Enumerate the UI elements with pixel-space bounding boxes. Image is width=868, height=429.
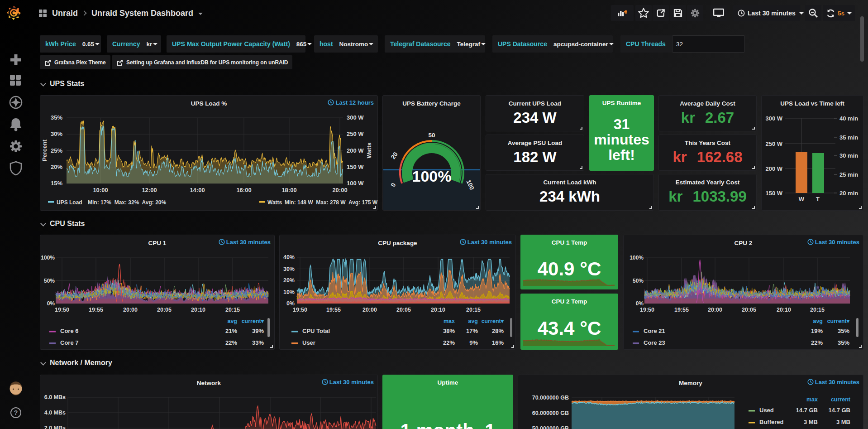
svg-text:22%: 22%: [443, 339, 455, 346]
svg-text:9%: 9%: [469, 339, 478, 346]
svg-text:10%: 10%: [283, 289, 295, 295]
svg-text:max: max: [444, 318, 455, 324]
svg-text:14.7 GB: 14.7 GB: [829, 407, 850, 414]
svg-text:33%: 33%: [252, 339, 264, 346]
svg-text:20:15: 20:15: [225, 307, 240, 313]
svg-text:200 W: 200 W: [347, 147, 364, 154]
svg-text:max: max: [806, 396, 818, 403]
svg-text:Core 6: Core 6: [60, 328, 78, 334]
svg-text:70.000000 GB: 70.000000 GB: [532, 395, 569, 401]
svg-text:50.000000 GB: 50.000000 GB: [532, 425, 569, 429]
svg-text:60.000000 GB: 60.000000 GB: [532, 410, 569, 416]
svg-text:25%: 25%: [51, 147, 62, 154]
svg-text:20:15: 20:15: [810, 307, 825, 313]
svg-text:14:00: 14:00: [190, 187, 205, 193]
svg-text:current: current: [831, 396, 851, 403]
svg-text:300 W: 300 W: [765, 115, 782, 122]
svg-text:19:50: 19:50: [55, 307, 69, 313]
svg-text:20:10: 20:10: [191, 307, 205, 313]
svg-text:250 W: 250 W: [347, 130, 364, 137]
svg-text:22%: 22%: [225, 339, 237, 346]
svg-text:20:15: 20:15: [466, 307, 481, 313]
svg-text:16%: 16%: [492, 339, 504, 346]
svg-text:100%: 100%: [630, 255, 644, 261]
svg-text:17%: 17%: [466, 328, 478, 334]
svg-text:6.0 MBs: 6.0 MBs: [44, 394, 66, 400]
svg-text:30%: 30%: [283, 266, 295, 272]
svg-text:150 W: 150 W: [347, 164, 364, 170]
svg-text:19:50: 19:50: [640, 307, 654, 313]
svg-text:avg: avg: [227, 318, 237, 324]
svg-text:39%: 39%: [252, 328, 264, 334]
svg-text:20 min: 20 min: [839, 190, 858, 197]
svg-text:current▾: current▾: [242, 318, 264, 324]
svg-text:50%: 50%: [633, 278, 644, 284]
svg-text:Buffered: Buffered: [759, 419, 784, 425]
svg-text:21%: 21%: [225, 328, 237, 334]
svg-text:Core 7: Core 7: [60, 339, 78, 346]
svg-text:avg: avg: [468, 318, 478, 324]
svg-text:W: W: [799, 196, 805, 202]
svg-text:25 min: 25 min: [839, 171, 858, 178]
svg-text:UPS Load: UPS Load: [57, 199, 82, 206]
svg-text:20%: 20%: [51, 164, 62, 170]
svg-text:?: ?: [14, 409, 18, 416]
svg-text:40%: 40%: [283, 254, 295, 260]
svg-text:22%: 22%: [811, 339, 823, 346]
svg-text:100 W: 100 W: [347, 180, 364, 187]
svg-text:19:50: 19:50: [293, 307, 307, 313]
svg-text:CPU Total: CPU Total: [302, 328, 330, 334]
svg-text:300 W: 300 W: [347, 114, 364, 121]
svg-text:20:00: 20:00: [708, 307, 722, 313]
svg-text:30 min: 30 min: [839, 152, 858, 159]
svg-text:38%: 38%: [443, 328, 455, 334]
svg-text:19:55: 19:55: [326, 307, 341, 313]
svg-text:14.7 GB: 14.7 GB: [796, 407, 818, 414]
svg-text:200 W: 200 W: [765, 165, 782, 172]
svg-text:35%: 35%: [838, 339, 849, 346]
svg-text:35%: 35%: [51, 114, 62, 121]
svg-text:20:00: 20:00: [332, 187, 347, 193]
svg-text:current▾: current▾: [482, 318, 504, 324]
svg-text:20%: 20%: [283, 277, 295, 284]
svg-text:35 min: 35 min: [839, 134, 858, 141]
svg-text:20:00: 20:00: [362, 307, 377, 313]
svg-text:40 min: 40 min: [839, 115, 858, 122]
svg-text:current▾: current▾: [827, 318, 850, 324]
svg-text:0%: 0%: [636, 300, 644, 307]
svg-text:0%: 0%: [47, 300, 55, 307]
svg-text:100%: 100%: [412, 168, 452, 185]
svg-text:18:00: 18:00: [281, 187, 296, 193]
svg-text:250 W: 250 W: [765, 140, 782, 147]
svg-text:19:55: 19:55: [89, 307, 103, 313]
svg-text:20:10: 20:10: [431, 307, 445, 313]
svg-text:Core 23: Core 23: [644, 339, 665, 346]
svg-text:Watts: Watts: [267, 199, 282, 206]
svg-text:30%: 30%: [51, 130, 62, 137]
svg-text:3 MB: 3 MB: [804, 419, 818, 425]
svg-text:150 W: 150 W: [765, 190, 782, 197]
svg-text:20:05: 20:05: [157, 307, 172, 313]
svg-text:20:00: 20:00: [123, 307, 138, 313]
svg-text:12:00: 12:00: [142, 187, 157, 193]
svg-text:T: T: [816, 196, 820, 202]
svg-text:4.0 MBs: 4.0 MBs: [44, 410, 66, 416]
svg-text:Used: Used: [759, 407, 774, 414]
svg-text:Min: 148 W Max: 278 W Avg: 1: Min: 148 W Max: 278 W Avg: 175 W: [285, 199, 378, 206]
svg-text:Percent: Percent: [41, 139, 48, 161]
svg-text:avg: avg: [813, 318, 823, 324]
svg-text:User: User: [302, 339, 315, 346]
svg-text:Watts: Watts: [366, 143, 372, 159]
svg-text:20: 20: [390, 151, 399, 160]
svg-text:28%: 28%: [492, 328, 504, 334]
svg-text:10:00: 10:00: [93, 187, 108, 193]
svg-text:16:00: 16:00: [236, 187, 251, 193]
svg-text:50: 50: [428, 132, 435, 139]
svg-text:Min: 17% Max: 32% Avg: 20%: Min: 17% Max: 32% Avg: 20%: [88, 199, 166, 206]
svg-text:19:55: 19:55: [674, 307, 689, 313]
svg-text:100%: 100%: [41, 255, 55, 261]
svg-text:50%: 50%: [44, 278, 55, 284]
svg-text:3 MB: 3 MB: [836, 419, 850, 425]
svg-text:0%: 0%: [286, 300, 295, 307]
svg-text:35%: 35%: [838, 328, 849, 334]
